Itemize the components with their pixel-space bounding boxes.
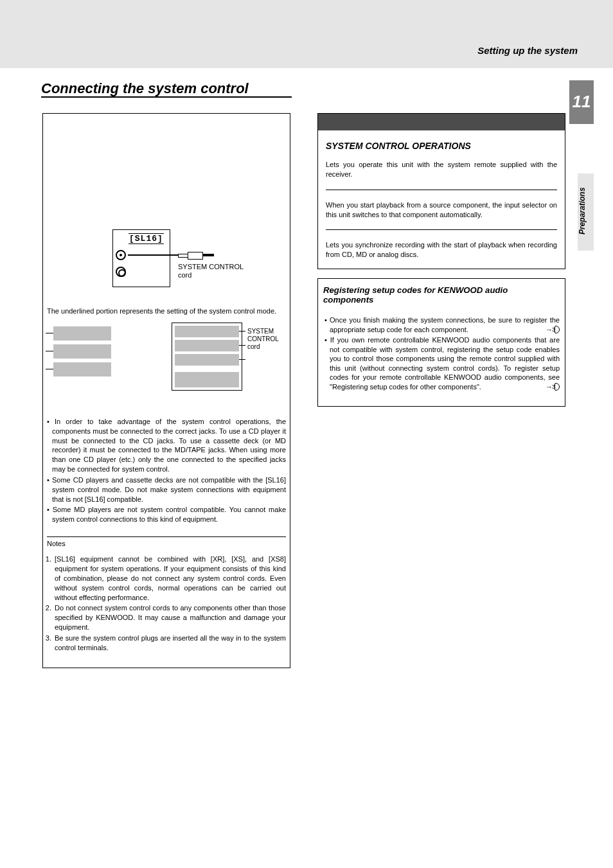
cord-label-2: cord	[178, 271, 191, 279]
system-control-jack-2	[116, 267, 126, 277]
compatibility-bullets: • In order to take advantage of the syst…	[43, 417, 290, 529]
header-band	[0, 0, 613, 68]
left-column: [SL16] SYSTEM CONTROL cord The underline…	[42, 109, 290, 668]
note-item: Do not connect system control cords to a…	[53, 603, 286, 632]
operation-auto-input: When you start playback from a source co…	[318, 197, 565, 224]
component-box	[175, 340, 239, 351]
reg-item: • If you own remote controllable KENWOOD…	[330, 335, 560, 391]
registering-heading: Registering setup codes for KENWOOD audi…	[318, 279, 565, 308]
component-box	[53, 344, 111, 359]
note-item: [SL16] equipment cannot be combined with…	[53, 554, 286, 602]
cord-label: SYSTEM CONTROL cord	[178, 263, 244, 279]
notes-list: [SL16] equipment cannot be combined with…	[43, 554, 290, 660]
reg-text-2: • If you own remote controllable KENWOOD…	[324, 336, 560, 391]
title-rule	[41, 96, 292, 98]
bullet-item: • In order to take advantage of the syst…	[47, 417, 286, 474]
registering-frame: Registering setup codes for KENWOOD audi…	[317, 278, 565, 407]
component-box	[53, 326, 111, 341]
cord-label-1: SYSTEM CONTROL	[178, 263, 244, 270]
notes-divider	[47, 536, 286, 537]
left-frame: [SL16] SYSTEM CONTROL cord The underline…	[42, 113, 290, 668]
stack-label-1: SYSTEM	[247, 328, 274, 335]
page-ref-badge: 3	[555, 326, 560, 334]
reg-item: • Once you finish making the system conn…	[330, 315, 560, 334]
stack-label-2: CONTROL	[247, 335, 279, 342]
stack-cord-label: SYSTEM CONTROL cord	[247, 328, 279, 351]
component-box	[175, 354, 239, 366]
cord-tail	[202, 254, 214, 256]
side-tab-preparations: Preparations	[578, 173, 594, 251]
component-box	[175, 326, 239, 337]
page-ref-badge: 3	[555, 383, 560, 391]
note-item: Be sure the system control plugs are ins…	[53, 633, 286, 653]
operations-heading: SYSTEM CONTROL OPERATIONS	[318, 130, 565, 156]
mode-stack-left	[53, 326, 111, 380]
op-divider	[326, 229, 557, 230]
page-number: 11	[569, 80, 594, 112]
operations-frame: SYSTEM CONTROL OPERATIONS Lets you opera…	[317, 113, 565, 269]
operations-header-bar	[318, 114, 565, 130]
op-divider	[326, 190, 557, 190]
page-number-box: 11	[569, 80, 594, 124]
right-column: SYSTEM CONTROL OPERATIONS Lets you opera…	[317, 109, 565, 407]
page-ref-wrap: → 3	[551, 382, 560, 392]
cord-line	[128, 254, 179, 256]
component-box	[53, 362, 111, 376]
notes-heading: Notes	[43, 540, 290, 547]
mode-intro-text: The underlined portion represents the se…	[43, 306, 290, 316]
operation-sync-rec: Lets you synchronize recording with the …	[318, 236, 565, 269]
page-ref-wrap: → 3	[551, 325, 560, 335]
mode-diagram: SYSTEM CONTROL cord	[43, 320, 290, 410]
registering-list: • Once you finish making the system conn…	[318, 315, 565, 399]
chapter-heading: Setting up the system	[477, 45, 578, 56]
stack-label-3: cord	[247, 343, 260, 350]
system-control-jack-1	[116, 250, 126, 260]
mode-stack-right	[172, 323, 242, 391]
bullet-item: • Some CD players and cassette decks are…	[47, 475, 286, 504]
operation-remote: Lets you operate this unit with the syst…	[318, 156, 565, 183]
sl16-label: [SL16]	[129, 233, 164, 244]
bullet-item: • Some MD players are not system control…	[47, 505, 286, 524]
reg-text-1: • Once you finish making the system conn…	[324, 316, 560, 333]
component-box	[175, 372, 239, 387]
section-title: Connecting the system control	[41, 80, 249, 97]
connection-diagram: [SL16] SYSTEM CONTROL cord	[43, 114, 290, 306]
